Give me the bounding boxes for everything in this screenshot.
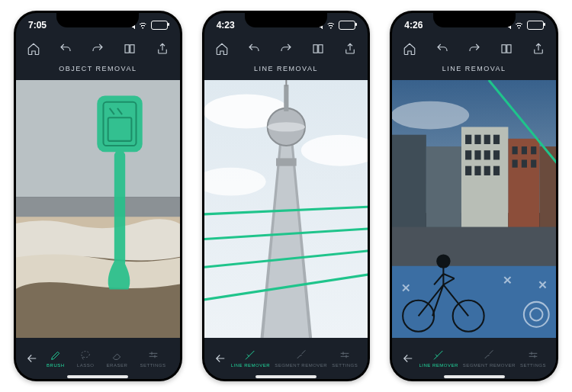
home-icon[interactable]	[27, 42, 40, 56]
battery-icon	[151, 21, 168, 30]
tool-line-remover[interactable]: LINE REMOVER	[419, 349, 458, 368]
status-time: 7:05	[28, 20, 47, 31]
svg-rect-42	[484, 135, 490, 144]
svg-rect-40	[465, 135, 471, 144]
svg-rect-58	[392, 227, 556, 268]
svg-rect-14	[319, 45, 323, 53]
svg-rect-43	[493, 135, 500, 144]
phone-frame: 4:23 LINE REMOVAL	[202, 11, 371, 381]
tool-settings[interactable]: SETTINGS	[140, 349, 166, 368]
tool-settings[interactable]: SETTINGS	[520, 349, 546, 368]
share-icon[interactable]	[532, 42, 545, 56]
svg-rect-44	[465, 150, 471, 159]
wifi-icon	[514, 21, 524, 29]
mode-title: OBJECT REMOVAL	[16, 60, 180, 80]
photo-canvas[interactable]	[16, 80, 180, 338]
wifi-icon	[326, 21, 336, 29]
share-icon[interactable]	[343, 42, 357, 56]
home-icon[interactable]	[215, 42, 229, 56]
svg-rect-26	[276, 158, 297, 165]
tool-brush[interactable]: BRUSH	[47, 349, 65, 368]
svg-rect-57	[531, 159, 536, 167]
share-icon[interactable]	[156, 42, 169, 56]
photo-canvas[interactable]	[392, 80, 556, 338]
svg-rect-47	[493, 150, 500, 159]
wifi-icon	[138, 21, 148, 29]
battery-icon	[339, 21, 355, 30]
battery-icon	[527, 21, 544, 30]
home-indicator[interactable]	[67, 375, 128, 378]
photo-canvas[interactable]	[204, 80, 368, 338]
svg-rect-0	[125, 45, 129, 53]
svg-rect-35	[392, 135, 426, 229]
svg-rect-45	[475, 150, 481, 159]
svg-rect-36	[426, 146, 461, 229]
compare-icon[interactable]	[311, 42, 325, 56]
svg-point-34	[392, 101, 469, 130]
redo-icon[interactable]	[279, 42, 293, 56]
svg-rect-41	[475, 135, 481, 144]
notch	[433, 11, 516, 27]
svg-rect-13	[313, 45, 317, 53]
svg-point-23	[267, 122, 304, 131]
mode-title: LINE REMOVAL	[204, 60, 368, 80]
undo-icon[interactable]	[59, 42, 72, 56]
back-icon[interactable]	[212, 352, 229, 365]
tool-eraser[interactable]: ERASER	[107, 349, 128, 368]
compare-icon[interactable]	[500, 42, 513, 56]
svg-rect-24	[284, 85, 288, 111]
compare-icon[interactable]	[123, 42, 137, 56]
phone-frame: 7:05 OBJECT REMOVAL BRUSH	[14, 11, 182, 381]
svg-rect-56	[522, 159, 527, 167]
home-indicator[interactable]	[444, 375, 505, 378]
home-icon[interactable]	[403, 42, 416, 56]
mode-title: LINE REMOVAL	[392, 60, 556, 80]
home-indicator[interactable]	[255, 375, 317, 378]
tool-line-remover[interactable]: LINE REMOVER	[231, 349, 270, 368]
redo-icon[interactable]	[91, 42, 104, 56]
back-icon[interactable]	[24, 352, 40, 365]
notch	[245, 11, 327, 27]
svg-rect-31	[502, 45, 506, 53]
tool-segment-remover[interactable]: SEGMENT REMOVER	[463, 349, 516, 368]
svg-rect-49	[475, 166, 481, 175]
undo-icon[interactable]	[247, 42, 261, 56]
redo-icon[interactable]	[468, 42, 481, 56]
svg-rect-50	[484, 166, 490, 175]
tool-lasso[interactable]: LASSO	[77, 349, 95, 368]
svg-rect-52	[513, 146, 518, 154]
svg-point-69	[438, 255, 450, 267]
svg-rect-54	[531, 146, 536, 154]
svg-rect-7	[114, 150, 125, 268]
svg-rect-48	[465, 166, 471, 175]
tool-settings[interactable]: SETTINGS	[332, 349, 358, 368]
notch	[56, 11, 139, 27]
back-icon[interactable]	[400, 352, 416, 365]
svg-rect-53	[522, 146, 527, 154]
undo-icon[interactable]	[435, 42, 449, 56]
svg-rect-32	[507, 45, 511, 53]
status-time: 4:26	[404, 20, 423, 31]
tool-segment-remover[interactable]: SEGMENT REMOVER	[275, 349, 327, 368]
svg-rect-55	[513, 159, 518, 167]
svg-rect-51	[493, 166, 500, 175]
phone-frame: 4:26 LINE REMOVAL	[390, 11, 558, 381]
svg-rect-1	[130, 45, 134, 53]
svg-point-12	[82, 352, 90, 358]
status-time: 4:23	[217, 20, 235, 31]
svg-rect-46	[484, 150, 490, 159]
